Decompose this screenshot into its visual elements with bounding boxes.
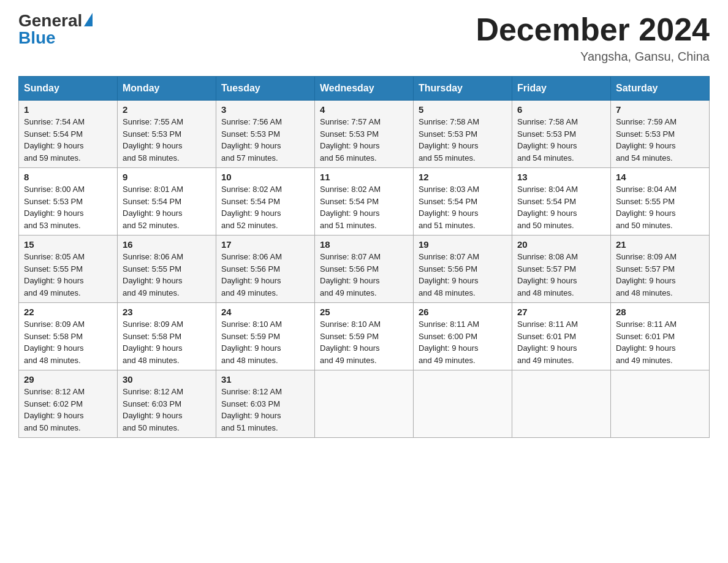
- calendar-table: Sunday Monday Tuesday Wednesday Thursday…: [18, 76, 710, 438]
- logo: General Blue: [18, 12, 93, 47]
- day-info: Sunrise: 8:08 AM Sunset: 5:57 PM Dayligh…: [517, 251, 605, 299]
- calendar-cell: 15 Sunrise: 8:05 AM Sunset: 5:55 PM Dayl…: [19, 236, 118, 303]
- day-info: Sunrise: 8:12 AM Sunset: 6:03 PM Dayligh…: [123, 386, 211, 434]
- day-info: Sunrise: 7:56 AM Sunset: 5:53 PM Dayligh…: [221, 116, 309, 164]
- calendar-cell: 26 Sunrise: 8:11 AM Sunset: 6:00 PM Dayl…: [414, 303, 512, 370]
- calendar-cell: 13 Sunrise: 8:04 AM Sunset: 5:54 PM Dayl…: [512, 168, 611, 236]
- col-saturday: Saturday: [611, 77, 710, 101]
- day-info: Sunrise: 7:55 AM Sunset: 5:53 PM Dayligh…: [123, 116, 211, 164]
- col-monday: Monday: [118, 77, 216, 101]
- calendar-cell: 2 Sunrise: 7:55 AM Sunset: 5:53 PM Dayli…: [118, 101, 216, 168]
- day-info: Sunrise: 8:07 AM Sunset: 5:56 PM Dayligh…: [320, 251, 408, 299]
- day-info: Sunrise: 8:09 AM Sunset: 5:58 PM Dayligh…: [24, 318, 112, 366]
- day-number: 11: [320, 172, 408, 182]
- day-info: Sunrise: 8:02 AM Sunset: 5:54 PM Dayligh…: [320, 183, 408, 231]
- calendar-cell: 5 Sunrise: 7:58 AM Sunset: 5:53 PM Dayli…: [414, 101, 512, 168]
- day-number: 14: [616, 172, 704, 182]
- day-number: 21: [616, 239, 704, 250]
- day-info: Sunrise: 8:09 AM Sunset: 5:57 PM Dayligh…: [616, 251, 704, 299]
- day-info: Sunrise: 8:11 AM Sunset: 6:01 PM Dayligh…: [517, 318, 605, 366]
- calendar-cell: 25 Sunrise: 8:10 AM Sunset: 5:59 PM Dayl…: [315, 303, 414, 370]
- calendar-header: Sunday Monday Tuesday Wednesday Thursday…: [19, 77, 710, 101]
- col-wednesday: Wednesday: [315, 77, 414, 101]
- title-section: December 2024 Yangsha, Gansu, China: [476, 12, 710, 64]
- calendar-cell: 10 Sunrise: 8:02 AM Sunset: 5:54 PM Dayl…: [216, 168, 315, 236]
- day-info: Sunrise: 8:00 AM Sunset: 5:53 PM Dayligh…: [24, 183, 112, 231]
- day-number: 25: [320, 307, 408, 317]
- day-number: 2: [123, 104, 211, 115]
- calendar-cell: [315, 370, 414, 438]
- calendar-week-row: 15 Sunrise: 8:05 AM Sunset: 5:55 PM Dayl…: [19, 236, 710, 303]
- day-info: Sunrise: 8:11 AM Sunset: 6:01 PM Dayligh…: [616, 318, 704, 366]
- day-info: Sunrise: 8:04 AM Sunset: 5:55 PM Dayligh…: [616, 183, 704, 231]
- calendar-cell: 1 Sunrise: 7:54 AM Sunset: 5:54 PM Dayli…: [19, 101, 118, 168]
- day-number: 27: [517, 307, 605, 317]
- day-number: 9: [123, 172, 211, 182]
- day-number: 6: [517, 104, 605, 115]
- calendar-cell: 17 Sunrise: 8:06 AM Sunset: 5:56 PM Dayl…: [216, 236, 315, 303]
- page-header: General Blue December 2024 Yangsha, Gans…: [18, 12, 710, 64]
- calendar-cell: 23 Sunrise: 8:09 AM Sunset: 5:58 PM Dayl…: [118, 303, 216, 370]
- day-info: Sunrise: 8:02 AM Sunset: 5:54 PM Dayligh…: [221, 183, 309, 231]
- day-number: 5: [419, 104, 507, 115]
- calendar-cell: 11 Sunrise: 8:02 AM Sunset: 5:54 PM Dayl…: [315, 168, 414, 236]
- day-info: Sunrise: 8:12 AM Sunset: 6:03 PM Dayligh…: [221, 386, 309, 434]
- day-number: 30: [123, 374, 211, 385]
- day-number: 1: [24, 104, 112, 115]
- logo-general-text: General: [18, 12, 82, 29]
- day-info: Sunrise: 8:12 AM Sunset: 6:02 PM Dayligh…: [24, 386, 112, 434]
- calendar-week-row: 1 Sunrise: 7:54 AM Sunset: 5:54 PM Dayli…: [19, 101, 710, 168]
- day-info: Sunrise: 8:01 AM Sunset: 5:54 PM Dayligh…: [123, 183, 211, 231]
- day-info: Sunrise: 8:04 AM Sunset: 5:54 PM Dayligh…: [517, 183, 605, 231]
- calendar-cell: 3 Sunrise: 7:56 AM Sunset: 5:53 PM Dayli…: [216, 101, 315, 168]
- day-info: Sunrise: 7:57 AM Sunset: 5:53 PM Dayligh…: [320, 116, 408, 164]
- day-info: Sunrise: 8:06 AM Sunset: 5:55 PM Dayligh…: [123, 251, 211, 299]
- location-text: Yangsha, Gansu, China: [476, 50, 710, 64]
- calendar-cell: 9 Sunrise: 8:01 AM Sunset: 5:54 PM Dayli…: [118, 168, 216, 236]
- calendar-cell: [414, 370, 512, 438]
- col-thursday: Thursday: [414, 77, 512, 101]
- day-number: 13: [517, 172, 605, 182]
- calendar-cell: 20 Sunrise: 8:08 AM Sunset: 5:57 PM Dayl…: [512, 236, 611, 303]
- day-info: Sunrise: 8:07 AM Sunset: 5:56 PM Dayligh…: [419, 251, 507, 299]
- calendar-cell: 12 Sunrise: 8:03 AM Sunset: 5:54 PM Dayl…: [414, 168, 512, 236]
- calendar-cell: 21 Sunrise: 8:09 AM Sunset: 5:57 PM Dayl…: [611, 236, 710, 303]
- calendar-cell: 31 Sunrise: 8:12 AM Sunset: 6:03 PM Dayl…: [216, 370, 315, 438]
- day-info: Sunrise: 8:05 AM Sunset: 5:55 PM Dayligh…: [24, 251, 112, 299]
- day-number: 3: [221, 104, 309, 115]
- col-tuesday: Tuesday: [216, 77, 315, 101]
- day-info: Sunrise: 8:03 AM Sunset: 5:54 PM Dayligh…: [419, 183, 507, 231]
- calendar-cell: 24 Sunrise: 8:10 AM Sunset: 5:59 PM Dayl…: [216, 303, 315, 370]
- day-number: 29: [24, 374, 112, 385]
- calendar-cell: 28 Sunrise: 8:11 AM Sunset: 6:01 PM Dayl…: [611, 303, 710, 370]
- calendar-cell: 27 Sunrise: 8:11 AM Sunset: 6:01 PM Dayl…: [512, 303, 611, 370]
- calendar-cell: 16 Sunrise: 8:06 AM Sunset: 5:55 PM Dayl…: [118, 236, 216, 303]
- calendar-body: 1 Sunrise: 7:54 AM Sunset: 5:54 PM Dayli…: [19, 101, 710, 438]
- day-number: 18: [320, 239, 408, 250]
- calendar-week-row: 22 Sunrise: 8:09 AM Sunset: 5:58 PM Dayl…: [19, 303, 710, 370]
- day-number: 16: [123, 239, 211, 250]
- day-info: Sunrise: 8:06 AM Sunset: 5:56 PM Dayligh…: [221, 251, 309, 299]
- day-number: 20: [517, 239, 605, 250]
- month-title: December 2024: [476, 12, 710, 47]
- calendar-cell: 7 Sunrise: 7:59 AM Sunset: 5:53 PM Dayli…: [611, 101, 710, 168]
- calendar-week-row: 8 Sunrise: 8:00 AM Sunset: 5:53 PM Dayli…: [19, 168, 710, 236]
- header-row: Sunday Monday Tuesday Wednesday Thursday…: [19, 77, 710, 101]
- day-number: 22: [24, 307, 112, 317]
- day-number: 23: [123, 307, 211, 317]
- calendar-cell: 6 Sunrise: 7:58 AM Sunset: 5:53 PM Dayli…: [512, 101, 611, 168]
- calendar-cell: 4 Sunrise: 7:57 AM Sunset: 5:53 PM Dayli…: [315, 101, 414, 168]
- day-number: 4: [320, 104, 408, 115]
- calendar-week-row: 29 Sunrise: 8:12 AM Sunset: 6:02 PM Dayl…: [19, 370, 710, 438]
- col-sunday: Sunday: [19, 77, 118, 101]
- calendar-cell: 14 Sunrise: 8:04 AM Sunset: 5:55 PM Dayl…: [611, 168, 710, 236]
- day-info: Sunrise: 8:10 AM Sunset: 5:59 PM Dayligh…: [320, 318, 408, 366]
- day-number: 24: [221, 307, 309, 317]
- day-info: Sunrise: 7:58 AM Sunset: 5:53 PM Dayligh…: [517, 116, 605, 164]
- day-info: Sunrise: 8:09 AM Sunset: 5:58 PM Dayligh…: [123, 318, 211, 366]
- calendar-cell: 8 Sunrise: 8:00 AM Sunset: 5:53 PM Dayli…: [19, 168, 118, 236]
- day-info: Sunrise: 7:59 AM Sunset: 5:53 PM Dayligh…: [616, 116, 704, 164]
- day-info: Sunrise: 7:54 AM Sunset: 5:54 PM Dayligh…: [24, 116, 112, 164]
- day-number: 19: [419, 239, 507, 250]
- day-info: Sunrise: 8:10 AM Sunset: 5:59 PM Dayligh…: [221, 318, 309, 366]
